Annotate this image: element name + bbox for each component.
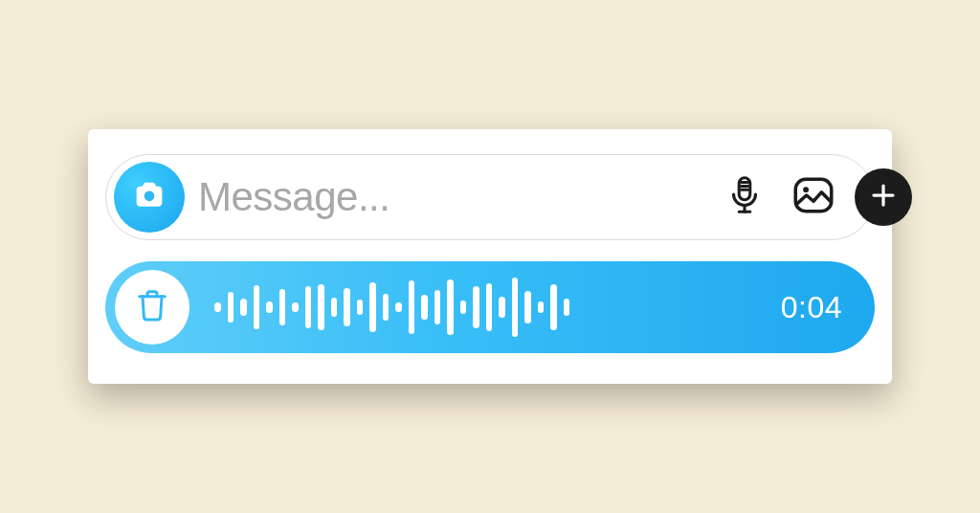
waveform-bar xyxy=(447,279,454,335)
message-panel: 0:04 xyxy=(88,129,892,384)
voice-recording-bar: 0:04 xyxy=(105,261,875,353)
trash-icon xyxy=(133,286,171,328)
svg-point-0 xyxy=(145,191,155,202)
camera-button[interactable] xyxy=(114,162,185,233)
audio-waveform[interactable] xyxy=(207,277,764,338)
waveform-bar xyxy=(254,285,260,329)
waveform-bar xyxy=(564,299,570,316)
waveform-bar xyxy=(214,302,221,312)
waveform-bar xyxy=(369,282,376,332)
waveform-bar xyxy=(473,286,479,328)
waveform-bar xyxy=(538,301,545,313)
waveform-bar xyxy=(279,289,286,325)
message-input[interactable] xyxy=(198,174,703,220)
waveform-bar xyxy=(318,284,324,330)
plus-icon xyxy=(869,181,898,213)
waveform-bar xyxy=(344,288,350,326)
waveform-bar xyxy=(409,280,415,334)
waveform-bar xyxy=(524,291,531,323)
waveform-bar xyxy=(266,301,273,313)
svg-point-8 xyxy=(803,187,809,192)
waveform-bar xyxy=(240,299,247,316)
waveform-bar xyxy=(499,297,505,318)
microphone-icon xyxy=(723,173,767,221)
message-composer xyxy=(105,154,875,240)
add-button[interactable] xyxy=(855,168,912,226)
waveform-bar xyxy=(292,302,299,312)
image-icon xyxy=(790,171,837,223)
waveform-bar xyxy=(421,295,428,320)
microphone-button[interactable] xyxy=(717,169,772,225)
waveform-bar xyxy=(550,284,557,330)
waveform-bar xyxy=(512,278,519,337)
waveform-bar xyxy=(434,290,441,324)
recording-duration: 0:04 xyxy=(781,290,842,325)
waveform-bar xyxy=(395,302,402,312)
gallery-button[interactable] xyxy=(786,169,841,225)
delete-recording-button[interactable] xyxy=(115,270,189,345)
waveform-bar xyxy=(357,300,364,315)
camera-icon xyxy=(130,176,168,218)
waveform-bar xyxy=(331,298,338,317)
waveform-bar xyxy=(486,283,493,331)
waveform-bar xyxy=(228,292,234,323)
waveform-bar xyxy=(460,301,467,314)
waveform-bar xyxy=(383,294,390,321)
waveform-bar xyxy=(305,286,312,328)
